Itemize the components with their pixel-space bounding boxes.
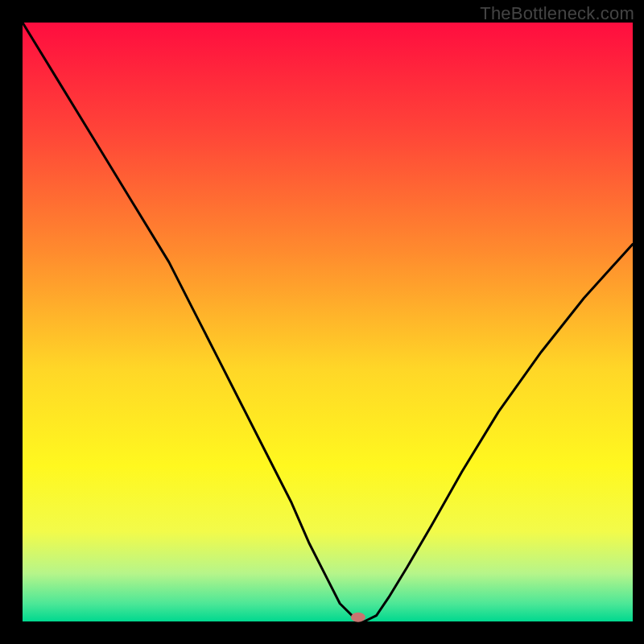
optimal-marker (351, 613, 365, 622)
plot-background (23, 23, 633, 621)
watermark-text: TheBottleneck.com (480, 3, 634, 24)
bottleneck-chart: TheBottleneck.com (0, 0, 644, 644)
chart-svg (0, 0, 644, 644)
